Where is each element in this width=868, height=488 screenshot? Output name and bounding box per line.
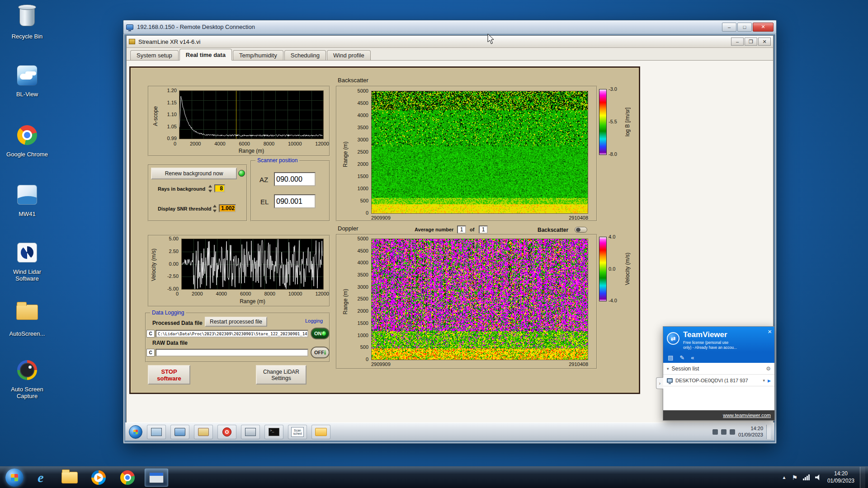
taskbar-item-internet-explorer[interactable]: e bbox=[29, 469, 52, 487]
remote-taskbar-item-users[interactable] bbox=[170, 425, 189, 439]
desktop-icon-autoscreen[interactable]: AutoScreen... bbox=[3, 299, 52, 338]
network-icon[interactable] bbox=[803, 474, 810, 480]
tab-wind-profile[interactable]: Wind profile bbox=[327, 50, 371, 60]
app-close-button[interactable]: ✕ bbox=[758, 38, 771, 46]
snr-spinner[interactable] bbox=[213, 205, 217, 212]
backscatter-colorbar-ticks: -3.0 -5.5 -8.0 bbox=[609, 86, 622, 157]
taskbar-item-rdp[interactable] bbox=[145, 469, 168, 487]
data-logging-group: Data Logging Processed Data file Restart… bbox=[145, 313, 330, 362]
list-icon[interactable]: ▤ bbox=[668, 354, 673, 361]
remote-taskbar-item-folder[interactable] bbox=[311, 425, 330, 439]
teamviewer-close-icon[interactable]: × bbox=[768, 328, 772, 335]
raw-drive-letter[interactable]: C bbox=[146, 349, 155, 357]
doppler-heatmap: Range (m) 5000 4500 4000 3500 3000 2500 … bbox=[336, 234, 597, 369]
az-value-field[interactable]: 090.000 bbox=[274, 172, 316, 186]
internet-explorer-icon: e bbox=[38, 470, 43, 485]
rays-value-field[interactable]: 8 bbox=[214, 184, 225, 192]
raw-data-file-path[interactable] bbox=[156, 349, 308, 357]
desktop-icon-bl-view[interactable]: BL-View bbox=[3, 63, 52, 98]
a-scope-plot-area[interactable] bbox=[179, 90, 324, 139]
taskbar-item-media-player[interactable] bbox=[87, 469, 110, 487]
teamviewer-collapse-tab[interactable]: › bbox=[656, 377, 663, 389]
tab-real-time-data[interactable]: Real time data bbox=[179, 49, 232, 61]
teamviewer-website-link[interactable]: www.teamviewer.com bbox=[723, 413, 771, 418]
snr-value-field[interactable]: 1.002 bbox=[219, 204, 236, 212]
processed-drive-letter[interactable]: C bbox=[146, 330, 155, 338]
processed-data-file-path[interactable]: C:\Lidar\Data\Proc\2023\202309\20230901\… bbox=[156, 330, 308, 338]
velocity-plot-area[interactable] bbox=[181, 239, 324, 290]
desktop-icon-auto-screen-capture[interactable]: Auto Screen Capture bbox=[3, 358, 52, 400]
remote-taskbar-item-power[interactable]: O bbox=[217, 425, 236, 439]
desktop-icon-google-chrome[interactable]: Google Chrome bbox=[3, 123, 52, 158]
remote-taskbar-item-tool[interactable] bbox=[194, 425, 213, 439]
connect-cursor-icon[interactable]: ▸ bbox=[768, 377, 771, 384]
average-total-field[interactable]: 1 bbox=[479, 225, 488, 234]
start-button[interactable] bbox=[5, 469, 24, 487]
collapse-icon[interactable]: « bbox=[691, 354, 694, 361]
tray-expand-icon[interactable]: ▲ bbox=[782, 475, 786, 480]
taskbar-clock[interactable]: 14:20 01/09/2023 bbox=[827, 470, 854, 484]
tab-temp-humidity[interactable]: Temp/humidity bbox=[233, 50, 283, 60]
tray-icon[interactable] bbox=[712, 429, 718, 435]
doppler-plot-area[interactable] bbox=[371, 239, 588, 360]
restart-processed-file-button[interactable]: Restart processed file bbox=[205, 317, 267, 327]
teamviewer-computer-row[interactable]: DESKTOP-OE0QDVI (1 817 937 ▾ ▸ bbox=[663, 375, 774, 386]
desktop-icon-wind-lidar[interactable]: Wind Lidar Software bbox=[3, 240, 52, 282]
desktop-icon-mw41[interactable]: MW41 bbox=[3, 183, 52, 218]
gear-icon[interactable]: ⚙ bbox=[766, 366, 771, 372]
tab-system-setup[interactable]: System setup bbox=[130, 50, 179, 60]
rdp-minimize-button[interactable]: – bbox=[722, 23, 736, 32]
wind-lidar-icon bbox=[15, 243, 39, 267]
change-lidar-settings-button[interactable]: Change LiDAR Settings bbox=[256, 365, 307, 385]
desktop-icon-label: MW41 bbox=[3, 211, 52, 218]
rdp-close-button[interactable]: ✕ bbox=[753, 23, 774, 32]
app-restore-button[interactable]: ❐ bbox=[745, 38, 757, 46]
remote-taskbar-item-window[interactable] bbox=[147, 425, 166, 439]
folder-icon bbox=[61, 472, 78, 483]
tray-icon[interactable] bbox=[730, 429, 735, 435]
a-scope-graph: A-scope 1.20 1.15 1.10 1.05 0.99 bbox=[148, 86, 330, 156]
tab-scheduling[interactable]: Scheduling bbox=[284, 50, 326, 60]
backscatter-doppler-toggle[interactable] bbox=[575, 227, 587, 233]
chevron-down-icon[interactable]: ▾ bbox=[763, 378, 765, 383]
pencil-icon[interactable]: ✎ bbox=[679, 354, 684, 361]
taskbar-item-explorer[interactable] bbox=[58, 469, 81, 487]
show-desktop-button[interactable] bbox=[860, 467, 865, 488]
desktop: Recycle Bin BL-View Google Chrome MW41 W… bbox=[0, 0, 868, 488]
remote-taskbar-item-system[interactable] bbox=[241, 425, 260, 439]
rdp-titlebar[interactable]: 192.168.0.150 - Remote Desktop Connectio… bbox=[123, 20, 776, 34]
tray-icon[interactable] bbox=[721, 429, 726, 435]
doppler-plot-title: Doppler bbox=[338, 225, 359, 232]
remote-show-desktop-button[interactable] bbox=[766, 425, 771, 439]
remote-taskbar-item-scan-sched[interactable]: Scan sched bbox=[288, 425, 307, 439]
scanner-position-group: Scanner position AZ 090.000 EL 090.001 bbox=[250, 160, 330, 221]
backscatter-colorbar bbox=[599, 89, 607, 155]
remote-clock[interactable]: 14:20 01/09/2023 bbox=[738, 426, 763, 438]
a-scope-x-axis-label: Range (m) bbox=[179, 148, 324, 154]
desktop-icon-label: AutoScreen... bbox=[3, 331, 52, 338]
raw-logging-toggle[interactable]: OFF bbox=[311, 347, 330, 358]
computer-name: DESKTOP-OE0QDVI (1 817 937 bbox=[675, 378, 760, 383]
teamviewer-session-list-row[interactable]: ▾ Session list ⚙ bbox=[663, 363, 774, 375]
remote-taskbar-item-console[interactable]: >_ bbox=[264, 425, 283, 439]
backscatter-plot-area[interactable] bbox=[371, 91, 588, 214]
chrome-icon bbox=[120, 470, 135, 485]
processed-logging-toggle[interactable]: ON bbox=[311, 328, 330, 339]
rdp-maximize-button[interactable]: □ bbox=[737, 23, 752, 32]
desktop-icon-recycle-bin[interactable]: Recycle Bin bbox=[3, 4, 52, 40]
media-player-icon bbox=[91, 470, 106, 485]
action-center-flag-icon[interactable]: ⚑ bbox=[792, 474, 797, 481]
average-number-label: Average number bbox=[415, 227, 453, 232]
taskbar-item-chrome[interactable] bbox=[116, 469, 139, 487]
el-value-field[interactable]: 090.001 bbox=[274, 194, 316, 208]
renew-background-button[interactable]: Renew background now bbox=[151, 168, 237, 179]
stop-software-button[interactable]: STOP software bbox=[148, 365, 190, 385]
rays-spinner[interactable] bbox=[208, 185, 213, 192]
average-number-field[interactable]: 1 bbox=[457, 225, 466, 234]
app-minimize-button[interactable]: – bbox=[731, 38, 744, 46]
remote-start-button[interactable] bbox=[129, 425, 142, 439]
teamviewer-footer: www.teamviewer.com bbox=[663, 410, 774, 420]
volume-icon[interactable] bbox=[815, 474, 822, 480]
app-titlebar[interactable]: StreamLine XR v14-6.vi – ❐ ✕ bbox=[127, 36, 773, 48]
doppler-x-ticks: 2909909 2910408 bbox=[371, 361, 588, 367]
